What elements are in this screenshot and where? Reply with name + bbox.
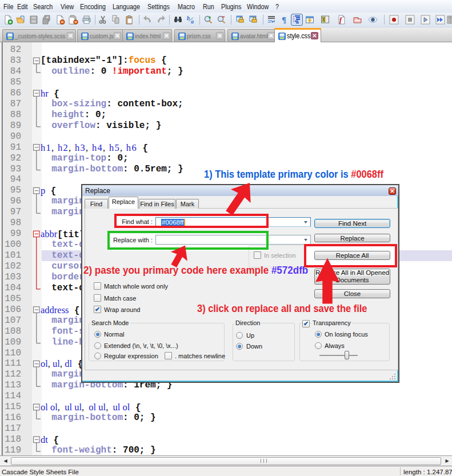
svg-text:¶: ¶ (282, 15, 286, 25)
